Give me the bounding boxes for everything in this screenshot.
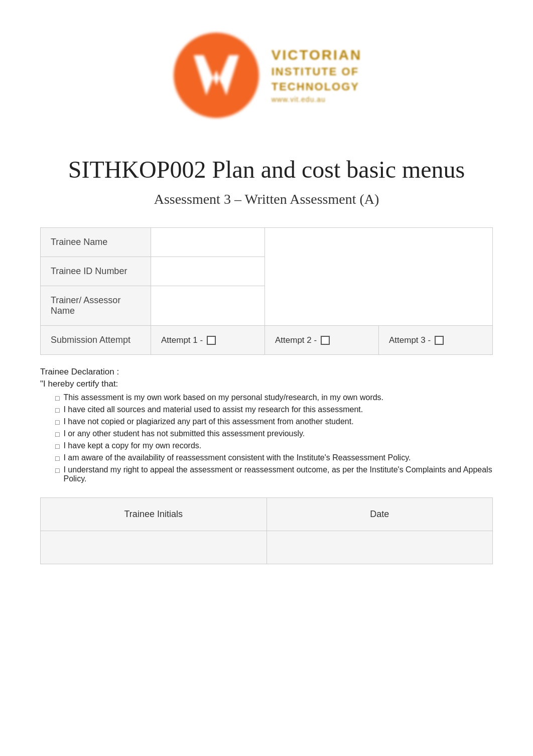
list-item: I have kept a copy for my own records. (55, 441, 493, 450)
table-row-trainee-name: Trainee Name (41, 228, 493, 257)
table-row-submission: Submission Attempt Attempt 1 - Attempt 2… (41, 326, 493, 355)
sub-title: Assessment 3 – Written Assessment (A) (40, 191, 493, 207)
trainee-initials-cell: Trainee Initials (41, 498, 267, 531)
logo-area: VICTORIAN INSTITUTE OF TECHNOLOGY www.vi… (40, 20, 493, 136)
date-value (266, 531, 493, 564)
attempt1-cell: Attempt 1 - (151, 326, 265, 355)
declaration-title: Trainee Declaration : (40, 367, 493, 377)
info-table: Trainee Name Trainee ID Number Trainer/ … (40, 227, 493, 355)
signature-value-row (41, 531, 493, 564)
page: VICTORIAN INSTITUTE OF TECHNOLOGY www.vi… (0, 0, 533, 756)
vit-line1: VICTORIAN (272, 47, 362, 63)
vit-text-logo: VICTORIAN INSTITUTE OF TECHNOLOGY www.vi… (272, 47, 362, 103)
declaration-section: Trainee Declaration : "I hereby certify … (40, 367, 493, 483)
trainee-initials-value (41, 531, 267, 564)
trainee-id-label: Trainee ID Number (41, 257, 151, 286)
declaration-list: This assessment is my own work based on … (40, 393, 493, 483)
assessor-name-label: Trainer/ Assessor Name (41, 286, 151, 326)
list-item: I am aware of the availability of reasse… (55, 453, 493, 462)
vit-line2: INSTITUTE OF (272, 65, 359, 78)
table-row-assessor-name: Trainer/ Assessor Name (41, 286, 493, 326)
main-title: SITHKOP002 Plan and cost basic menus (40, 156, 493, 183)
attempt3-checkbox[interactable] (435, 336, 444, 345)
trainee-name-value (151, 228, 265, 257)
signature-row: Trainee Initials Date (41, 498, 493, 531)
list-item: I have not copied or plagiarized any par… (55, 417, 493, 426)
signature-table: Trainee Initials Date (40, 497, 493, 564)
vit-line3: TECHNOLOGY (272, 80, 359, 93)
submission-label: Submission Attempt (41, 326, 151, 355)
trainee-id-value (151, 257, 265, 286)
attempt2-group: Attempt 2 - (275, 335, 330, 345)
list-item: I have cited all sources and material us… (55, 405, 493, 414)
attempt2-checkbox[interactable] (321, 336, 330, 345)
vit-line4: www.vit.edu.au (272, 95, 326, 103)
list-item: I or any other student has not submitted… (55, 429, 493, 438)
attempt3-label: Attempt 3 - (389, 335, 431, 345)
list-item: I understand my right to appeal the asse… (55, 465, 493, 483)
svg-point-2 (221, 77, 227, 83)
table-row-trainee-id: Trainee ID Number (41, 257, 493, 286)
assessor-name-value (151, 286, 265, 326)
trainee-name-label: Trainee Name (41, 228, 151, 257)
attempt1-checkbox[interactable] (207, 336, 216, 345)
attempt3-cell: Attempt 3 - (379, 326, 493, 355)
attempt1-label: Attempt 1 - (161, 335, 203, 345)
attempt2-label: Attempt 2 - (275, 335, 317, 345)
list-item: This assessment is my own work based on … (55, 393, 493, 402)
attempt3-group: Attempt 3 - (389, 335, 444, 345)
attempt1-group: Attempt 1 - (161, 335, 216, 345)
declaration-intro: "I hereby certify that: (40, 379, 493, 389)
vit-logo (171, 30, 261, 120)
date-cell: Date (266, 498, 493, 531)
attempt2-cell: Attempt 2 - (265, 326, 379, 355)
